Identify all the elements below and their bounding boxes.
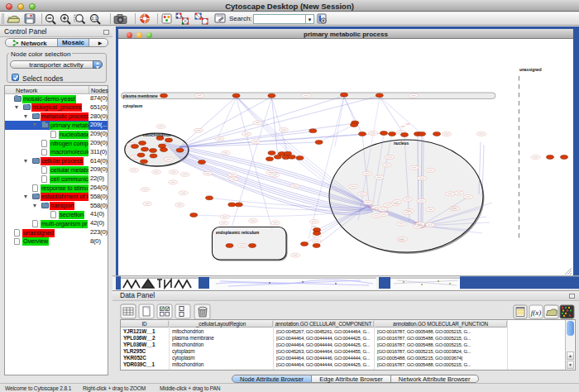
svg-text:unassigned: unassigned (519, 68, 542, 72)
svg-text:1:1: 1:1 (92, 16, 98, 21)
svg-text:endoplasmic reticulum: endoplasmic reticulum (216, 231, 259, 235)
svg-text:nucleus: nucleus (394, 141, 409, 146)
svg-text:plasma membrane: plasma membrane (123, 94, 158, 98)
svg-text:f(x): f(x) (531, 308, 542, 317)
svg-text:mitochondrion: mitochondrion (143, 133, 171, 137)
svg-text:cytoplasm: cytoplasm (123, 104, 143, 108)
